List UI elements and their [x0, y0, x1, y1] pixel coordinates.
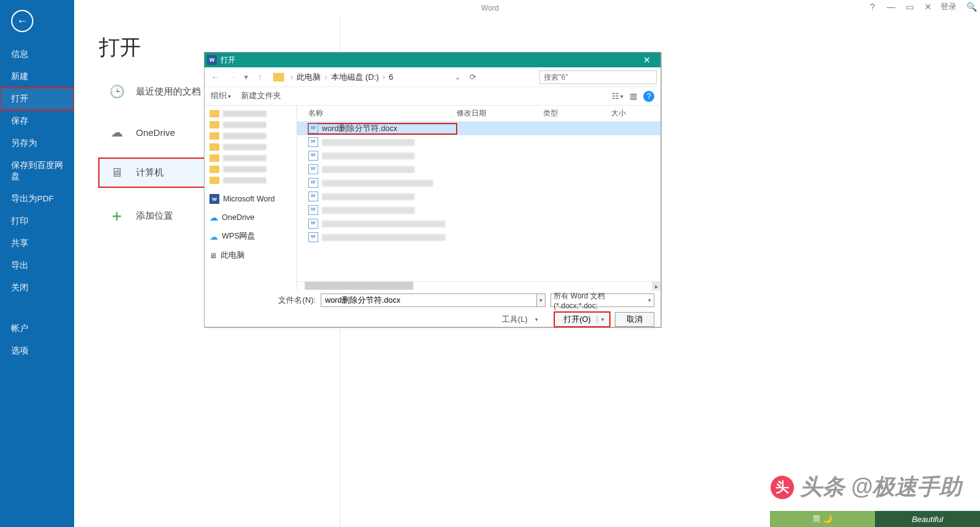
- cancel-button[interactable]: 取消: [615, 312, 654, 327]
- blurred-text: [322, 153, 415, 159]
- nav-refresh-button[interactable]: ⟳: [466, 72, 479, 82]
- minimize-icon[interactable]: —: [885, 2, 897, 12]
- backstage-sidebar: ← 信息 新建 打开 保存 另存为 保存到百度网盘 导出为PDF 打印 共享 导…: [0, 0, 74, 527]
- toolbar-newfolder[interactable]: 新建文件夹: [241, 91, 281, 101]
- tree-folder[interactable]: [206, 153, 295, 164]
- file-row[interactable]: [297, 135, 661, 149]
- horizontal-scrollbar[interactable]: ▸: [297, 281, 661, 290]
- dialog-body: WMicrosoft Word ☁OneDrive ☁WPS网盘 🖥此电脑 名称…: [205, 106, 661, 290]
- open-button[interactable]: 打开(O) ▾: [554, 312, 610, 327]
- scroll-right-icon[interactable]: ▸: [652, 282, 661, 290]
- dialog-search-input[interactable]: [539, 70, 657, 84]
- nav-back-button[interactable]: ←: [208, 72, 222, 82]
- column-size[interactable]: 大小: [611, 108, 648, 119]
- column-type[interactable]: 类型: [543, 108, 611, 119]
- docx-icon: [308, 205, 318, 215]
- nav-up-button[interactable]: ↑: [253, 72, 267, 82]
- folder-icon: [273, 73, 284, 82]
- login-link[interactable]: 登录: [940, 1, 957, 12]
- app-title: Word: [481, 4, 499, 12]
- file-row[interactable]: [297, 217, 661, 230]
- tree-folder[interactable]: [206, 108, 295, 119]
- sidebar-item-share[interactable]: 共享: [0, 232, 74, 255]
- toolbar-preview-button[interactable]: ▥: [630, 91, 637, 101]
- nav-history-dropdown[interactable]: ▾: [243, 72, 250, 82]
- docx-icon: [308, 178, 318, 188]
- login-search-icon[interactable]: 🔍: [965, 2, 978, 12]
- bottom-strip: 简 🌙 Beautiful: [770, 511, 980, 527]
- tree-microsoft-word[interactable]: WMicrosoft Word: [206, 192, 295, 206]
- filename-dropdown[interactable]: ▾: [537, 293, 546, 307]
- file-row[interactable]: [297, 230, 661, 244]
- chevron-down-icon: ▾: [228, 93, 231, 99]
- dialog-nav-bar: ← → ▾ ↑ › 此电脑 › 本地磁盘 (D:) › 6 ⌄ ⟳: [205, 67, 661, 87]
- computer-icon: 🖥: [209, 251, 217, 260]
- open-split-dropdown[interactable]: ▾: [597, 316, 604, 323]
- help-icon[interactable]: ?: [866, 2, 879, 12]
- sidebar-item-close[interactable]: 关闭: [0, 277, 74, 299]
- scrollbar-thumb[interactable]: [305, 282, 413, 290]
- tree-folder[interactable]: [206, 164, 295, 175]
- dialog-titlebar: W 打开 ✕: [205, 53, 661, 67]
- file-filter-select[interactable]: 所有 Word 文档(*.docx;*.doc; ▾: [551, 293, 654, 307]
- file-row[interactable]: [297, 162, 661, 176]
- dialog-close-button[interactable]: ✕: [636, 55, 658, 65]
- folder-tree: WMicrosoft Word ☁OneDrive ☁WPS网盘 🖥此电脑: [205, 106, 297, 290]
- file-row[interactable]: [297, 149, 661, 162]
- location-add-label: 添加位置: [136, 210, 173, 222]
- sidebar-item-open[interactable]: 打开: [0, 88, 74, 110]
- breadcrumb-dropdown[interactable]: ⌄: [453, 72, 462, 82]
- sidebar-item-account[interactable]: 帐户: [0, 318, 74, 340]
- filename-label: 文件名(N):: [211, 295, 316, 306]
- docx-icon: [308, 124, 318, 133]
- tools-label[interactable]: 工具(L): [502, 314, 528, 325]
- sidebar-item-export[interactable]: 导出: [0, 255, 74, 277]
- nav-forward-button[interactable]: →: [226, 72, 239, 82]
- tree-folder[interactable]: [206, 141, 295, 153]
- plus-icon: ＋: [108, 206, 126, 226]
- tree-folder[interactable]: [206, 175, 295, 186]
- blurred-text: [322, 166, 415, 173]
- tree-folder[interactable]: [206, 119, 295, 130]
- file-row[interactable]: [297, 190, 661, 203]
- sidebar-item-save[interactable]: 保存: [0, 110, 74, 132]
- tools-dropdown[interactable]: ▾: [535, 316, 538, 323]
- sidebar-item-info[interactable]: 信息: [0, 43, 74, 65]
- toolbar-help-icon[interactable]: ?: [643, 91, 654, 102]
- computer-icon: 🖥: [108, 166, 126, 180]
- breadcrumb-sep: ›: [324, 72, 327, 82]
- back-button[interactable]: ←: [11, 10, 33, 32]
- tree-wps[interactable]: ☁WPS网盘: [206, 229, 295, 243]
- close-app-icon[interactable]: ✕: [922, 2, 934, 12]
- sidebar-item-export-pdf[interactable]: 导出为PDF: [0, 188, 74, 210]
- bottom-pill-right: Beautiful: [875, 511, 980, 527]
- column-date[interactable]: 修改日期: [457, 108, 543, 119]
- tree-onedrive[interactable]: ☁OneDrive: [206, 211, 295, 224]
- sidebar-item-saveas[interactable]: 另存为: [0, 132, 74, 154]
- tree-folder[interactable]: [206, 130, 295, 141]
- blurred-text: [322, 234, 446, 241]
- toolbar-view-button[interactable]: ☷ ▾: [612, 91, 623, 101]
- file-filter-label: 所有 Word 文档(*.docx;*.doc;: [554, 291, 648, 310]
- sidebar-item-save-baidu[interactable]: 保存到百度网盘: [0, 154, 74, 188]
- window-controls: ? — ▭ ✕ 登录 🔍: [866, 1, 978, 12]
- file-row[interactable]: [297, 176, 661, 190]
- file-row-selected[interactable]: word删除分节符.docx: [297, 122, 661, 135]
- filename-input[interactable]: [321, 293, 537, 307]
- breadcrumb-2[interactable]: 6: [389, 72, 393, 82]
- location-onedrive-label: OneDrive: [136, 127, 175, 138]
- sidebar-item-options[interactable]: 选项: [0, 340, 74, 362]
- breadcrumb-0[interactable]: 此电脑: [297, 72, 321, 83]
- cloud-icon: ☁: [209, 232, 218, 242]
- column-name[interactable]: 名称: [308, 108, 457, 119]
- restore-icon[interactable]: ▭: [903, 2, 916, 12]
- sidebar-item-print[interactable]: 打印: [0, 210, 74, 232]
- open-file-dialog: W 打开 ✕ ← → ▾ ↑ › 此电脑 › 本地磁盘 (D:) › 6 ⌄ ⟳…: [204, 52, 661, 327]
- sidebar-item-new[interactable]: 新建: [0, 65, 74, 88]
- docx-icon: [308, 164, 318, 174]
- breadcrumb-1[interactable]: 本地磁盘 (D:): [331, 72, 379, 83]
- tree-thispc[interactable]: 🖥此电脑: [206, 248, 295, 263]
- file-row[interactable]: [297, 203, 661, 217]
- toolbar-organize[interactable]: 组织 ▾: [211, 91, 231, 101]
- watermark-icon: 头: [771, 476, 794, 499]
